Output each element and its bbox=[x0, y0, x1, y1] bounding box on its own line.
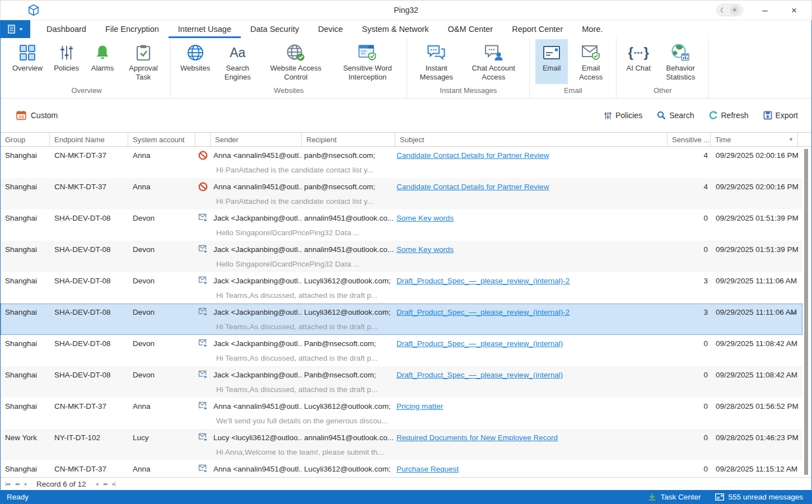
tab-more[interactable]: More. bbox=[572, 20, 612, 38]
table-row[interactable]: Shanghai CN-MKT-DT-37 Anna Anna <annalin… bbox=[1, 147, 802, 178]
table-row[interactable]: Shanghai CN-MKT-DT-37 Anna Anna <annalin… bbox=[1, 460, 802, 477]
table-row[interactable]: Shanghai CN-MKT-DT-37 Anna Anna <annalin… bbox=[1, 178, 802, 209]
tab-internet-usage[interactable]: Internet Usage bbox=[169, 20, 241, 38]
pager-next-page-button[interactable]: ▸▸ bbox=[104, 481, 108, 487]
ribbon-group-overview: Overview Policies bbox=[3, 38, 171, 98]
column-header-time[interactable]: Time ▼ bbox=[711, 133, 798, 146]
ribbon-item-ai-chat[interactable]: { ••• } AI Chat bbox=[622, 39, 655, 84]
subject-link[interactable]: Draft_Product_Spec_—_please_review_(inte… bbox=[396, 371, 563, 379]
cell-group: Shanghai bbox=[1, 402, 50, 410]
tab-data-security[interactable]: Data Security bbox=[241, 20, 309, 38]
column-header-sensitive[interactable]: Sensitive ... bbox=[668, 133, 711, 146]
cell-subject: Draft_Product_Spec_—_please_review_(inte… bbox=[395, 277, 668, 285]
column-header-group[interactable]: Group bbox=[1, 133, 50, 146]
cell-time: 09/29/2025 11:08:42 AM bbox=[711, 371, 798, 379]
cell-system-account: Anna bbox=[128, 183, 195, 191]
row-actions-button[interactable]: ••• bbox=[788, 310, 797, 316]
column-header-recipient[interactable]: Recipient bbox=[302, 133, 395, 146]
tab-device[interactable]: Device bbox=[309, 20, 352, 38]
pager-prev-button[interactable]: ◂ bbox=[24, 481, 26, 487]
ribbon-item-search-engines[interactable]: Aa Search Engines bbox=[217, 39, 258, 84]
time-filter-dropdown-icon[interactable]: ▼ bbox=[788, 137, 794, 142]
download-tray-icon bbox=[648, 493, 656, 501]
pager-first-button[interactable]: |◂◂ bbox=[5, 481, 10, 487]
tab-report-center[interactable]: Report Center bbox=[502, 20, 572, 38]
ribbon-item-websites[interactable]: Websites bbox=[176, 39, 214, 84]
subject-link[interactable]: Some Key words bbox=[396, 214, 454, 222]
search-button[interactable]: Search bbox=[657, 111, 694, 120]
subject-link[interactable]: Pricing matter bbox=[396, 402, 443, 410]
pager-next-button[interactable]: ▸ bbox=[97, 481, 99, 487]
cell-recipient: annalin9451@outlook.co... bbox=[302, 214, 395, 222]
subject-link[interactable]: Required Documents for New Employee Reco… bbox=[396, 433, 558, 442]
ribbon-item-overview[interactable]: Overview bbox=[8, 39, 46, 84]
vertical-scrollbar[interactable] bbox=[804, 149, 808, 475]
subject-link[interactable]: Purchase Request bbox=[396, 465, 459, 473]
refresh-button[interactable]: Refresh bbox=[709, 111, 749, 120]
theme-toggle[interactable]: ☾ ☀ bbox=[716, 4, 743, 16]
cell-sensitive-count: 4 bbox=[668, 183, 711, 191]
column-header-system-account[interactable]: System account bbox=[128, 133, 195, 146]
subject-link[interactable]: Draft_Product_Spec_—_please_review_(inte… bbox=[396, 277, 570, 285]
table-row[interactable]: Shanghai SHA-DEV-DT-08 Devon Jack <Jackp… bbox=[1, 272, 802, 304]
cell-time: 09/28/2025 01:56:52 PM bbox=[711, 402, 798, 410]
ribbon-item-sensitive-word-interception[interactable]: Sensitive Word Interception bbox=[334, 39, 401, 84]
cell-endpoint-name: SHA-DEV-DT-08 bbox=[50, 339, 128, 348]
close-button[interactable]: × bbox=[787, 6, 801, 15]
table-row[interactable]: New York NY-IT-DT-102 Lucy Lucy <lucyli3… bbox=[1, 429, 802, 460]
ribbon-group-websites: Websites Aa Search Engines bbox=[171, 38, 407, 98]
column-header-endpoint-name[interactable]: Endpoint Name bbox=[50, 133, 128, 146]
table-row[interactable]: Shanghai SHA-DEV-DT-08 Devon Jack <Jackp… bbox=[1, 335, 802, 366]
table-row[interactable]: Shanghai SHA-DEV-DT-08 Devon Jack <Jackp… bbox=[1, 241, 802, 272]
subject-link[interactable]: Draft_Product_Spec_—_please_review_(inte… bbox=[396, 339, 563, 348]
ribbon-item-website-access-control[interactable]: Website Access Control bbox=[261, 39, 330, 84]
minimize-button[interactable]: – bbox=[758, 6, 772, 15]
ribbon-item-instant-messages[interactable]: Instant Messages bbox=[413, 39, 460, 84]
globe-check-icon bbox=[286, 43, 305, 63]
chat-person-icon bbox=[484, 43, 503, 63]
ribbon-group-label: Other bbox=[617, 86, 708, 98]
tab-file-encryption[interactable]: File Encryption bbox=[96, 20, 169, 38]
task-center-button[interactable]: Task Center bbox=[648, 493, 701, 501]
table-row[interactable]: Shanghai SHA-DEV-DT-08 Devon Jack <Jackp… bbox=[1, 366, 802, 398]
ribbon-item-behavior-statistics[interactable]: Behavior Statistics bbox=[658, 39, 703, 84]
pager-prev-page-button[interactable]: ◂◂ bbox=[15, 481, 18, 487]
subject-link[interactable]: Candidate Contact Details for Partner Re… bbox=[396, 151, 549, 160]
table-header: Group Endpoint Name System account Sende… bbox=[1, 132, 811, 147]
subject-link[interactable]: Some Key words bbox=[396, 245, 454, 254]
subject-link[interactable]: Candidate Contact Details for Partner Re… bbox=[396, 183, 549, 191]
ribbon-item-alarms[interactable]: Alarms bbox=[86, 39, 119, 84]
ribbon-item-chat-account-access[interactable]: Chat Account Access bbox=[463, 39, 524, 84]
ribbon-item-approval-task[interactable]: Approval Task bbox=[122, 39, 165, 84]
column-header-sender[interactable]: Sender bbox=[211, 133, 302, 146]
tab-om-center[interactable]: O&M Center bbox=[438, 20, 503, 38]
main-menu-button[interactable] bbox=[1, 20, 30, 38]
policies-button[interactable]: Policies bbox=[604, 111, 642, 120]
chevron-down-icon bbox=[19, 28, 23, 31]
cell-recipient: Lucyli3612@outlook.com; bbox=[302, 465, 395, 473]
unread-messages-button[interactable]: 555 unread messages bbox=[715, 493, 803, 501]
pager-last-button[interactable]: ▸| bbox=[113, 481, 115, 487]
tab-system-network[interactable]: System & Network bbox=[352, 20, 438, 38]
cell-recipient: Panb@nsecsoft.com; bbox=[302, 371, 395, 379]
cell-system-account: Devon bbox=[128, 245, 195, 254]
app-window: Ping32 ☾ ☀ – × bbox=[0, 0, 812, 504]
cell-endpoint-name: SHA-DEV-DT-08 bbox=[50, 308, 128, 316]
ribbon-item-policies[interactable]: Policies bbox=[50, 39, 83, 84]
cell-status-icon bbox=[195, 370, 211, 379]
custom-date-range-button[interactable]: 23 Custom bbox=[16, 110, 58, 120]
export-button[interactable]: Export bbox=[763, 111, 798, 120]
subject-link[interactable]: Draft_Product_Spec_—_please_review_(inte… bbox=[396, 308, 570, 316]
cell-system-account: Anna bbox=[128, 465, 195, 473]
table-row[interactable]: Shanghai SHA-DEV-DT-08 Devon Jack <Jackp… bbox=[1, 209, 802, 241]
table-row[interactable]: Shanghai CN-MKT-DT-37 Anna Anna <annalin… bbox=[1, 398, 802, 429]
tab-dashboard[interactable]: Dashboard bbox=[37, 20, 96, 38]
table-row[interactable]: Shanghai SHA-DEV-DT-08 Devon Jack <Jackp… bbox=[1, 304, 802, 335]
cell-sender: Jack <Jackpanbing@outl... bbox=[211, 371, 302, 379]
column-header-status-icon[interactable] bbox=[195, 133, 211, 146]
ribbon-item-email-access[interactable]: Email Access bbox=[571, 39, 610, 84]
cell-system-account: Devon bbox=[128, 339, 195, 348]
column-header-subject[interactable]: Subject bbox=[395, 133, 668, 146]
cell-sensitive-count: 3 bbox=[668, 277, 711, 285]
ribbon-item-email[interactable]: Email bbox=[535, 39, 568, 84]
